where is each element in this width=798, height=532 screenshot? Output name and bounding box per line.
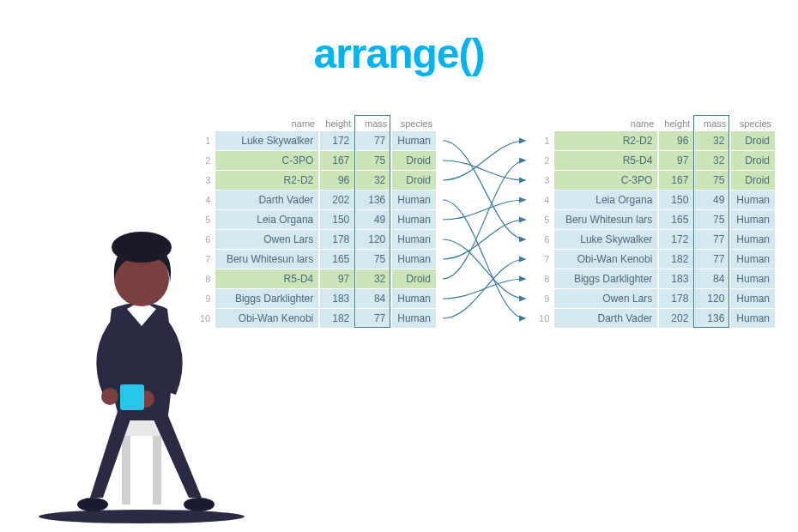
person-illustration [17, 197, 257, 523]
cell-mass: 49 [356, 210, 390, 229]
cell-height: 172 [659, 230, 693, 249]
col-header-species: species [392, 117, 436, 130]
svg-rect-1 [122, 436, 130, 505]
cell-name: Luke Skywalker [554, 230, 657, 249]
cell-name: R2-D2 [215, 171, 318, 190]
cell-mass: 32 [356, 171, 390, 190]
col-header-height: height [320, 117, 354, 130]
cell-mass: 84 [695, 269, 729, 288]
table-row: 3R2-D29632Droid [195, 171, 436, 190]
svg-point-5 [184, 498, 215, 511]
cell-mass: 75 [695, 210, 729, 229]
cell-height: 96 [320, 171, 354, 190]
col-header-height: height [659, 117, 693, 130]
cell-height: 202 [659, 309, 693, 328]
col-header-name: name [215, 117, 318, 130]
row-number: 10 [534, 309, 553, 328]
cell-species: Human [731, 269, 775, 288]
svg-point-10 [112, 232, 172, 263]
cell-species: Droid [392, 171, 436, 190]
cell-height: 167 [320, 151, 354, 170]
table-row: 9Owen Lars178120Human [534, 289, 775, 308]
cell-height: 178 [320, 230, 354, 249]
cell-species: Droid [731, 131, 775, 150]
row-number: 5 [534, 210, 553, 229]
cell-name: Owen Lars [554, 289, 657, 308]
cell-name: Darth Vader [554, 309, 657, 328]
cell-mass: 77 [695, 230, 729, 249]
table-row: 8Biggs Darklighter18384Human [534, 269, 775, 288]
cell-species: Human [731, 289, 775, 308]
col-header-species: species [731, 117, 775, 130]
cell-mass: 75 [356, 250, 390, 269]
table-row: 1R2-D29632Droid [534, 131, 775, 150]
cell-mass: 77 [356, 309, 390, 328]
cell-height: 165 [659, 210, 693, 229]
cell-mass: 77 [695, 250, 729, 269]
row-number: 3 [195, 171, 214, 190]
cell-height: 165 [320, 250, 354, 269]
row-number: 7 [534, 250, 553, 269]
cell-height: 178 [659, 289, 693, 308]
svg-point-4 [77, 498, 108, 511]
cell-height: 182 [659, 250, 693, 269]
cell-species: Human [731, 250, 775, 269]
table-row: 4Leia Organa15049Human [534, 190, 775, 209]
cell-mass: 32 [695, 151, 729, 170]
cell-mass: 75 [695, 171, 729, 190]
cell-height: 182 [320, 309, 354, 328]
cell-mass: 136 [356, 190, 390, 209]
table-row: 3C-3PO16775Droid [534, 171, 775, 190]
col-header-mass: mass [695, 117, 729, 130]
cell-height: 202 [320, 190, 354, 209]
row-number: 1 [534, 131, 553, 150]
cell-species: Droid [392, 151, 436, 170]
cell-mass: 136 [695, 309, 729, 328]
cell-name: R5-D4 [554, 151, 657, 170]
row-number: 1 [195, 131, 214, 150]
sorted-table: name height mass species 1R2-D29632Droid… [532, 116, 777, 329]
cell-mass: 75 [356, 151, 390, 170]
svg-point-3 [39, 510, 245, 523]
cell-species: Human [731, 230, 775, 249]
cell-height: 97 [659, 151, 693, 170]
cell-species: Human [392, 230, 436, 249]
cell-species: Human [392, 131, 436, 150]
tables-container: name height mass species 1Luke Skywalker… [193, 116, 777, 329]
row-number: 6 [534, 230, 553, 249]
cell-species: Human [392, 309, 436, 328]
cell-height: 172 [320, 131, 354, 150]
cell-height: 183 [320, 289, 354, 308]
svg-rect-2 [153, 436, 161, 505]
col-header-mass: mass [356, 117, 390, 130]
cell-name: Obi-Wan Kenobi [554, 250, 657, 269]
cell-height: 150 [659, 190, 693, 209]
cell-mass: 77 [356, 131, 390, 150]
cell-name: C-3PO [215, 151, 318, 170]
table-row: 2C-3PO16775Droid [195, 151, 436, 170]
row-number: 4 [534, 190, 553, 209]
row-number: 2 [195, 151, 214, 170]
col-header-name: name [554, 117, 657, 130]
sorted-table-container: name height mass species 1R2-D29632Droid… [532, 116, 777, 329]
cell-height: 167 [659, 171, 693, 190]
cell-height: 150 [320, 210, 354, 229]
cell-species: Droid [392, 269, 436, 288]
cell-mass: 32 [356, 269, 390, 288]
cell-species: Human [392, 250, 436, 269]
cell-name: R2-D2 [554, 131, 657, 150]
row-number: 8 [534, 269, 553, 288]
cell-species: Human [392, 190, 436, 209]
table-row: 2R5-D49732Droid [534, 151, 775, 170]
row-number: 3 [534, 171, 553, 190]
cell-name: Leia Organa [554, 190, 657, 209]
cell-species: Human [731, 210, 775, 229]
cell-species: Human [392, 289, 436, 308]
cell-height: 97 [320, 269, 354, 288]
cell-mass: 120 [356, 230, 390, 249]
cell-species: Droid [731, 171, 775, 190]
table-row: 6Luke Skywalker17277Human [534, 230, 775, 249]
cell-mass: 32 [695, 131, 729, 150]
row-number: 2 [534, 151, 553, 170]
cell-height: 183 [659, 269, 693, 288]
